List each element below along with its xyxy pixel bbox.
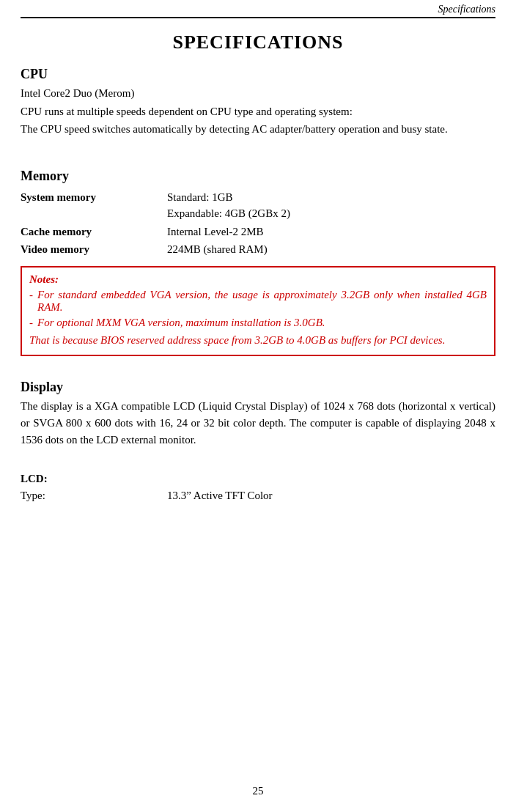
notes-item-1: - For standard embedded VGA version, the… [29, 289, 487, 314]
system-memory-value-line1: Standard: 1GB [167, 191, 233, 203]
memory-section: Memory System memory Standard: 1GB Expan… [21, 169, 495, 259]
page-number: 25 [0, 785, 516, 797]
system-memory-label: System memory [21, 188, 167, 223]
cpu-heading: CPU [21, 67, 495, 82]
display-heading: Display [21, 380, 495, 395]
memory-heading: Memory [21, 169, 495, 184]
notes-footer: That is because BIOS reserved address sp… [29, 332, 487, 349]
notes-title: Notes: [29, 273, 487, 286]
notes-item-2-text: For optional MXM VGA version, maximum in… [37, 317, 325, 329]
lcd-type-label: Type: [21, 487, 167, 505]
cpu-line3: The CPU speed switches automatically by … [21, 121, 495, 138]
notes-dash-2: - [29, 317, 33, 329]
table-row: Video memory 224MB (shared RAM) [21, 240, 495, 259]
cpu-section: CPU Intel Core2 Duo (Merom) CPU runs at … [21, 67, 495, 138]
system-memory-value: Standard: 1GB Expandable: 4GB (2GBx 2) [167, 188, 495, 223]
notes-item-1-text: For standard embedded VGA version, the u… [37, 289, 487, 314]
header-label: Specifications [438, 4, 495, 15]
video-memory-value: 224MB (shared RAM) [167, 240, 495, 259]
cache-memory-value: Internal Level-2 2MB [167, 223, 495, 241]
notes-box: Notes: - For standard embedded VGA versi… [21, 266, 495, 356]
system-memory-value-line2: Expandable: 4GB (2GBx 2) [167, 207, 290, 219]
display-section: Display The display is a XGA compatible … [21, 380, 495, 449]
video-memory-label: Video memory [21, 240, 167, 259]
display-text: The display is a XGA compatible LCD (Liq… [21, 398, 495, 449]
notes-item-2: - For optional MXM VGA version, maximum … [29, 317, 487, 329]
table-row: Type: 13.3” Active TFT Color [21, 487, 495, 505]
lcd-table: Type: 13.3” Active TFT Color [21, 487, 495, 505]
cpu-line2: CPU runs at multiple speeds dependent on… [21, 103, 495, 120]
header-bar: Specifications [21, 0, 495, 18]
lcd-section: LCD: Type: 13.3” Active TFT Color [21, 473, 495, 505]
cpu-line1: Intel Core2 Duo (Merom) [21, 85, 495, 102]
notes-dash-1: - [29, 289, 33, 314]
table-row: System memory Standard: 1GB Expandable: … [21, 188, 495, 223]
memory-table: System memory Standard: 1GB Expandable: … [21, 188, 495, 259]
table-row: Cache memory Internal Level-2 2MB [21, 223, 495, 241]
page-container: Specifications SPECIFICATIONS CPU Intel … [0, 0, 516, 812]
lcd-heading: LCD: [21, 473, 495, 485]
cache-memory-label: Cache memory [21, 223, 167, 241]
lcd-type-value: 13.3” Active TFT Color [167, 487, 495, 505]
page-title: SPECIFICATIONS [21, 32, 495, 53]
